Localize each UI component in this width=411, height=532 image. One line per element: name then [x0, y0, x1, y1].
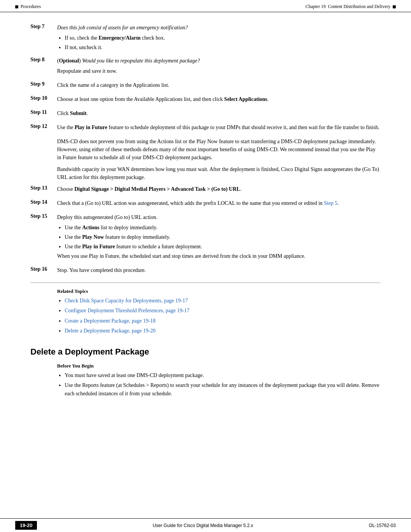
step-16-label: Step 16 [30, 266, 57, 272]
step-10-content: Choose at least one option from the Avai… [57, 95, 381, 105]
step-14-text: Check that a (Go to) URL action was auto… [57, 199, 381, 207]
step-8-question: (Optional) Would you like to repopulate … [57, 57, 381, 65]
step-11-content: Click Submit. [57, 109, 381, 120]
step-7-row: Step 7 Does this job consist of assets f… [30, 24, 381, 53]
step-7-label: Step 7 [30, 24, 57, 30]
header-title: Content Distribution and Delivery [328, 4, 390, 10]
step-9-label: Step 9 [30, 81, 57, 87]
step-15-para: When you use Play in Future, the schedul… [57, 252, 381, 260]
step-10-row: Step 10 Choose at least one option from … [30, 95, 381, 105]
related-link-4[interactable]: Delete a Deployment Package, page 19-20 [65, 327, 381, 335]
page-header: Procedures Chapter 19 Content Distributi… [0, 0, 411, 12]
step-13-content: Choose Digital Signage > Digital Medial … [57, 185, 381, 195]
step-15-row: Step 15 Deploy this autogenerated (Go to… [30, 213, 381, 262]
related-link-3[interactable]: Create a Deployment Package, page 19-18 [65, 317, 381, 325]
step-7-question: Does this job consist of assets for an e… [57, 24, 381, 32]
related-link-2-anchor[interactable]: Configure Deployment Threshold Preferenc… [65, 308, 190, 313]
step-15-label: Step 15 [30, 213, 57, 219]
before-begin-bullet-2: Use the Reports feature (at Schedules > … [65, 381, 381, 398]
step-10-label: Step 10 [30, 95, 57, 101]
step-7-content: Does this job consist of assets for an e… [57, 24, 381, 53]
header-left: Procedures [15, 4, 41, 10]
step-15-bullet-2: Use the Play Now feature to deploy immed… [65, 233, 381, 241]
page-footer: 19-20 User Guide for Cisco Digital Media… [0, 518, 411, 532]
step-15-bullet-1: Use the Actions list to deploy immediate… [65, 224, 381, 232]
footer-right-text: OL-15762-03 [369, 523, 396, 528]
delete-section-heading: Delete a Deployment Package [30, 347, 381, 357]
before-you-begin-heading: Before You Begin [57, 363, 381, 369]
footer-center-text: User Guide for Cisco Digital Media Manag… [153, 523, 253, 528]
header-chapter-label: Chapter 19 [306, 4, 326, 10]
step-14-content: Check that a (Go to) URL action was auto… [57, 199, 381, 209]
step-11-row: Step 11 Click Submit. [30, 109, 381, 120]
step-15-content: Deploy this autogenerated (Go to) URL ac… [57, 213, 381, 262]
related-link-4-anchor[interactable]: Delete a Deployment Package, page 19-20 [65, 328, 156, 334]
step-7-bullet-1: If so, check the Emergency/Alarm check b… [65, 34, 381, 42]
before-begin-bullet-1: You must have saved at least one DMS-CD … [65, 371, 381, 380]
step-13-row: Step 13 Choose Digital Signage > Digital… [30, 185, 381, 195]
header-right-icon [393, 5, 396, 8]
step-11-text: Click Submit. [57, 109, 381, 117]
step-9-text: Click the name of a category in the Appl… [57, 81, 381, 89]
step-14-label: Step 14 [30, 199, 57, 205]
step-14-row: Step 14 Check that a (Go to) URL action … [30, 199, 381, 209]
before-you-begin-list: You must have saved at least one DMS-CD … [65, 371, 381, 398]
header-left-icon [15, 5, 18, 8]
step-10-text: Choose at least one option from the Avai… [57, 95, 381, 103]
step-12-para2: Bandwidth capacity in your WAN determine… [57, 165, 381, 181]
step-16-row: Step 16 Stop. You have completed this pr… [30, 266, 381, 276]
step-16-text: Stop. You have completed this procedure. [57, 266, 381, 274]
step-7-bullet-2: If not, uncheck it. [65, 43, 381, 51]
step-8-row: Step 8 (Optional) Would you like to repo… [30, 57, 381, 77]
step-5-link[interactable]: Step 5 [324, 200, 337, 206]
step-9-row: Step 9 Click the name of a category in t… [30, 81, 381, 91]
step-8-sub: Repopulate and save it now. [57, 67, 381, 75]
header-right: Chapter 19 Content Distribution and Deli… [306, 4, 396, 10]
related-topics-heading: Related Topics [57, 288, 381, 294]
main-content: Step 7 Does this job consist of assets f… [0, 12, 411, 433]
related-link-1-anchor[interactable]: Check Disk Space Capacity for Deployment… [65, 298, 188, 304]
step-12-para1: DMS-CD does not prevent you from using t… [57, 137, 381, 161]
step-11-label: Step 11 [30, 109, 57, 115]
related-link-2[interactable]: Configure Deployment Threshold Preferenc… [65, 307, 381, 315]
step-15-bullets: Use the Actions list to deploy immediate… [65, 224, 381, 251]
step-15-bullet-3: Use the Play in Future feature to schedu… [65, 243, 381, 251]
step-8-content: (Optional) Would you like to repopulate … [57, 57, 381, 77]
step-7-bullets: If so, check the Emergency/Alarm check b… [65, 34, 381, 51]
section-divider [30, 283, 381, 283]
step-15-text: Deploy this autogenerated (Go to) URL ac… [57, 213, 381, 221]
related-topics-list: Check Disk Space Capacity for Deployment… [65, 297, 381, 335]
related-link-1[interactable]: Check Disk Space Capacity for Deployment… [65, 297, 381, 305]
footer-page-number: 19-20 [15, 521, 37, 530]
step-8-label: Step 8 [30, 57, 57, 63]
step-16-content: Stop. You have completed this procedure. [57, 266, 381, 276]
step-12-row: Step 12 Use the Play in Future feature t… [30, 123, 381, 134]
step-9-content: Click the name of a category in the Appl… [57, 81, 381, 91]
step-13-label: Step 13 [30, 185, 57, 191]
related-link-3-anchor[interactable]: Create a Deployment Package, page 19-18 [65, 318, 156, 324]
header-procedures-label: Procedures [21, 4, 41, 10]
step-12-text: Use the Play in Future feature to schedu… [57, 123, 381, 131]
step-12-label: Step 12 [30, 123, 57, 129]
step-13-text: Choose Digital Signage > Digital Medial … [57, 185, 381, 193]
step-12-content: Use the Play in Future feature to schedu… [57, 123, 381, 134]
